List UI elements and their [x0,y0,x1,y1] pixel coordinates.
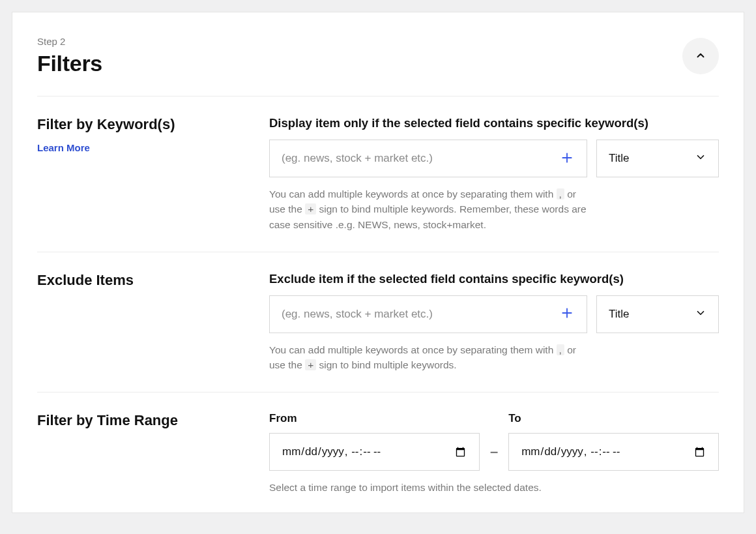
section-left: Filter by Keyword(s) Learn More [37,116,269,232]
exclude-help-text: You can add multiple keywords at once by… [269,342,595,373]
from-date-input[interactable] [269,433,480,471]
exclude-input-wrapper [269,295,587,333]
section-right: From – To Select a time range to import … [269,412,719,495]
section-title-time-range: Filter by Time Range [37,412,269,429]
kbd-comma: , [557,188,564,200]
step-label: Step 2 [37,36,102,47]
kbd-plus: + [305,203,316,215]
input-row: Title [269,140,719,177]
add-keyword-button[interactable] [559,151,575,166]
to-date-input[interactable] [508,433,719,471]
section-left: Exclude Items [37,272,269,373]
date-row: From – To [269,412,719,471]
section-filter-keywords: Filter by Keyword(s) Learn More Display … [37,96,719,252]
filters-card: Step 2 Filters Filter by Keyword(s) Lear… [12,12,744,513]
card-header: Step 2 Filters [37,36,719,96]
exclude-field-select[interactable]: Title [596,295,719,333]
section-exclude-items: Exclude Items Exclude item if the select… [37,252,719,393]
kbd-comma: , [557,344,564,355]
exclude-keyword-input[interactable] [282,308,559,321]
chevron-up-icon [695,50,706,63]
keyword-field-select[interactable]: Title [596,140,719,177]
select-value: Title [609,152,630,165]
chevron-down-icon [695,307,706,321]
keyword-input-wrapper [269,140,587,177]
section-time-range: Filter by Time Range From – To Select a … [37,393,719,499]
keyword-input[interactable] [282,152,559,165]
field-heading-keywords: Display item only if the selected field … [269,116,719,130]
section-right: Display item only if the selected field … [269,116,719,232]
kbd-plus: + [305,359,316,370]
chevron-down-icon [695,151,706,166]
field-heading-exclude: Exclude item if the selected field conta… [269,272,719,286]
date-separator: – [490,433,498,471]
plus-icon [560,151,574,166]
to-date-group: To [508,412,719,471]
input-row: Title [269,295,719,333]
section-right: Exclude item if the selected field conta… [269,272,719,373]
from-label: From [269,412,480,425]
header-text-group: Step 2 Filters [37,36,102,76]
page-title: Filters [37,51,102,76]
collapse-button[interactable] [682,38,719,74]
from-date-group: From [269,412,480,471]
section-left: Filter by Time Range [37,412,269,495]
time-range-help-text: Select a time range to import items with… [269,480,719,495]
to-label: To [508,412,719,425]
add-exclude-keyword-button[interactable] [559,306,575,321]
plus-icon [560,306,574,321]
learn-more-link[interactable]: Learn More [37,142,90,153]
section-title-exclude: Exclude Items [37,272,269,289]
select-value: Title [609,308,630,321]
section-title-keywords: Filter by Keyword(s) [37,116,269,133]
keyword-help-text: You can add multiple keywords at once by… [269,186,595,232]
